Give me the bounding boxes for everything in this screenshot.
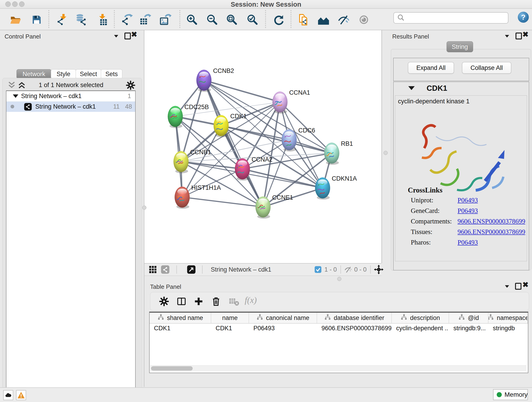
- table-cell[interactable]: CDK1: [150, 323, 211, 333]
- expand-triangle-icon[interactable]: [13, 95, 18, 98]
- table-panel-close-icon[interactable]: ✖: [522, 282, 529, 287]
- search-input[interactable]: [393, 12, 508, 24]
- results-panel-close-icon[interactable]: ✖: [522, 32, 529, 37]
- cloud-button[interactable]: [3, 390, 13, 400]
- graph-node-CDC25B[interactable]: [168, 106, 183, 127]
- collapse-all-button[interactable]: Collapse All: [462, 62, 511, 74]
- current-network-label: String Network – cdk1: [211, 266, 271, 273]
- gear-icon[interactable]: [126, 80, 136, 90]
- show-eye-icon[interactable]: [358, 14, 370, 26]
- separator: [177, 265, 177, 274]
- vertical-splitter-handle[interactable]: [384, 151, 388, 155]
- tab-select[interactable]: Select: [76, 69, 101, 79]
- node-label-CDKN1A: CDKN1A: [332, 175, 357, 182]
- graph-node-RB1[interactable]: [324, 143, 339, 164]
- table-panel-float-icon[interactable]: [515, 283, 521, 290]
- control-panel-close-icon[interactable]: ✖: [131, 32, 137, 37]
- collapse-all-chevron-icon[interactable]: [6, 81, 17, 89]
- crosslink-label: GeneCard:: [411, 207, 440, 215]
- graph-node-CDKN1A[interactable]: [315, 177, 330, 198]
- zoom-out-icon[interactable]: [206, 14, 218, 26]
- zoom-selected-icon[interactable]: [247, 14, 259, 26]
- table-cell[interactable]: stringdb: [488, 323, 527, 333]
- hide-eye-icon[interactable]: [338, 14, 350, 26]
- column-header-namespace[interactable]: namespace: [488, 313, 528, 323]
- graph-node-CCNA1[interactable]: [272, 91, 288, 113]
- export-table-icon[interactable]: [139, 14, 151, 26]
- birdseye-grid-icon[interactable]: [149, 266, 157, 274]
- graph-node-CCNA2[interactable]: [235, 158, 250, 179]
- results-panel-float-icon[interactable]: [515, 32, 522, 39]
- vertical-splitter-handle[interactable]: [142, 206, 146, 210]
- graph-node-CDC6[interactable]: [282, 129, 297, 150]
- table-cell[interactable]: CDK1: [211, 323, 249, 333]
- control-panel-float-icon[interactable]: [124, 32, 131, 39]
- toolbar-separator: [291, 10, 291, 28]
- import-table-icon[interactable]: [97, 14, 109, 26]
- table-cell[interactable]: 9606.ENSP00000378699: [317, 323, 391, 333]
- column-header--id[interactable]: @id: [449, 313, 488, 323]
- table-cell[interactable]: cyclin-dependent ...: [392, 323, 449, 333]
- import-database-icon[interactable]: [76, 14, 88, 26]
- tab-sets[interactable]: Sets: [101, 69, 122, 79]
- expand-all-chevron-icon[interactable]: [17, 81, 27, 89]
- crosslink-value[interactable]: P06493: [457, 239, 478, 246]
- warning-button[interactable]: [16, 390, 26, 400]
- tab-style[interactable]: Style: [51, 69, 76, 79]
- crosslink-value[interactable]: P06493: [457, 207, 478, 215]
- graph-node-HIST1H1A[interactable]: [175, 186, 190, 208]
- network-graph[interactable]: CCNB2CCNA1CDC25BCDK1CDC6RB1CCNB1CCNA2CDK…: [144, 30, 381, 263]
- horizontal-scrollbar[interactable]: [150, 365, 526, 371]
- table-panel-collapse-icon[interactable]: [505, 285, 509, 288]
- graph-node-CCNE1[interactable]: [255, 196, 271, 217]
- crosslink-value[interactable]: 9606.ENSP00000378699: [457, 228, 525, 236]
- graph-node-CDK1[interactable]: [214, 115, 229, 136]
- import-network-icon[interactable]: [56, 14, 68, 26]
- move-crosshair-icon[interactable]: [374, 265, 384, 274]
- scrollbar-thumb[interactable]: [151, 366, 193, 370]
- crosslink-value[interactable]: 9606.ENSP00000378699: [457, 217, 525, 225]
- column-header-shared-name[interactable]: shared name: [150, 313, 211, 323]
- column-header-canonical-name[interactable]: canonical name: [249, 313, 317, 323]
- share-network-icon[interactable]: [161, 265, 170, 274]
- help-button[interactable]: ?: [518, 12, 529, 23]
- export-network-icon[interactable]: [121, 14, 133, 26]
- toolbar-separator: [265, 10, 266, 28]
- refresh-icon[interactable]: [273, 14, 285, 26]
- crosslink-label: Pharos:: [411, 239, 431, 246]
- expand-all-button[interactable]: Expand All: [408, 62, 454, 74]
- crosslink-value[interactable]: P06493: [457, 196, 478, 204]
- table-cell[interactable]: stringdb:9...: [449, 323, 488, 333]
- collapse-gene-triangle-icon[interactable]: [408, 86, 415, 90]
- columns-icon[interactable]: [176, 296, 187, 307]
- open-session-icon[interactable]: [298, 14, 310, 26]
- export-image-icon[interactable]: [159, 14, 171, 26]
- gear-icon[interactable]: [159, 296, 169, 307]
- horizontal-splitter-handle[interactable]: [337, 277, 341, 281]
- network-collection-row[interactable]: String Network – cdk11: [6, 91, 135, 102]
- column-header-description[interactable]: description: [392, 313, 449, 323]
- control-panel-collapse-icon[interactable]: [114, 35, 118, 37]
- open-in-new-icon[interactable]: [187, 265, 196, 274]
- home-networks-icon[interactable]: [317, 14, 329, 26]
- add-column-icon[interactable]: [193, 296, 204, 307]
- tab-network[interactable]: Network: [17, 69, 51, 79]
- save-icon[interactable]: [31, 14, 43, 26]
- memory-button[interactable]: Memory: [493, 389, 528, 400]
- gene-details: cyclin-dependent kinase 1 CrossLinks Uni…: [395, 95, 527, 261]
- zoom-fit-icon[interactable]: [226, 14, 238, 26]
- results-panel-collapse-icon[interactable]: [505, 35, 509, 37]
- network-row-selected[interactable]: String Network – cdk11148: [6, 102, 135, 112]
- graph-node-CCNB1[interactable]: [173, 151, 189, 172]
- graph-node-CCNB2[interactable]: [196, 70, 211, 91]
- open-folder-icon[interactable]: [10, 14, 22, 26]
- node-label-CCNA2: CCNA2: [252, 156, 273, 163]
- node-label-HIST1H1A: HIST1H1A: [191, 184, 221, 191]
- table-cell[interactable]: P06493: [249, 323, 317, 333]
- selected-checkbox-icon[interactable]: [314, 266, 322, 273]
- zoom-in-icon[interactable]: [186, 14, 198, 26]
- delete-icon[interactable]: [211, 296, 221, 307]
- column-header-database-identifier[interactable]: database identifier: [317, 313, 392, 323]
- tab-string[interactable]: String: [447, 41, 473, 52]
- column-header-name[interactable]: name: [211, 313, 249, 323]
